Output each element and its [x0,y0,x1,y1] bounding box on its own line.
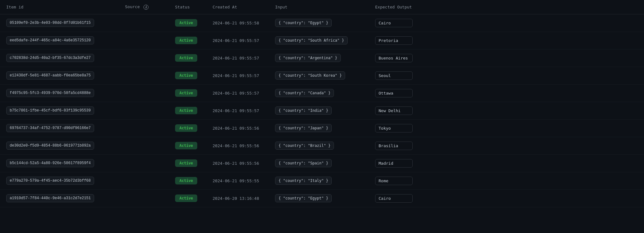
input-value: { "country": "Egypt" } [275,19,332,27]
column-header-item-id: Item id [0,0,119,14]
expected-output-value: Buenos Aires [375,54,413,62]
expected-output-value: Rome [375,177,413,185]
input-value: { "country": "Italy" } [275,177,332,185]
table-row: 69764737-34af-4752-9787-d90df96166e7Acti… [0,119,644,137]
cell-input: { "country": "Egypt" } [269,14,369,32]
cell-expected-output: Tokyo [369,119,644,137]
cell-created-at: 2024-06-21 09:55:57 [206,84,269,102]
input-value: { "country": "South Africa" } [275,36,348,44]
item-id-badge[interactable]: 69764737-34af-4752-9787-d90df96166e7 [6,124,94,132]
cell-expected-output: Rome [369,172,644,189]
table-row: e12430df-5e81-4687-aabb-f0ea65be8a75Acti… [0,67,644,84]
status-badge: Active [175,177,197,184]
item-id-badge[interactable]: f4975c95-5fc3-4939-970d-58fa5cd4888e [6,89,94,97]
input-value: { "country": "Canada" } [275,89,334,97]
cell-source [119,14,169,32]
created-at-value: 2024-06-21 09:55:56 [213,126,259,131]
item-id-badge[interactable]: c702838d-24d5-40a2-bf35-67dc3a3dfe27 [6,54,94,62]
cell-source [119,67,169,84]
column-header-created-at: Created At [206,0,269,14]
cell-status: Active [169,172,206,189]
item-id-badge[interactable]: e12430df-5e81-4687-aabb-f0ea65be8a75 [6,71,94,80]
cell-created-at: 2024-06-21 09:55:56 [206,154,269,172]
status-badge: Active [175,124,197,132]
cell-source [119,172,169,189]
created-at-value: 2024-06-21 09:55:57 [213,108,259,113]
cell-created-at: 2024-06-21 09:55:57 [206,102,269,119]
table-row: b5c144cd-52a5-4a80-926e-58617f8959f4Acti… [0,154,644,172]
expected-output-value: Cairo [375,194,413,203]
cell-input: { "country": "India" } [269,102,369,119]
cell-status: Active [169,49,206,67]
cell-source [119,84,169,102]
cell-item-id: e12430df-5e81-4687-aabb-f0ea65be8a75 [0,67,119,84]
cell-input: { "country": "Italy" } [269,172,369,189]
item-id-badge[interactable]: de30d2e0-f5d9-4854-88b6-0619771b892a [6,142,94,150]
expected-output-value: Madrid [375,159,413,168]
table-row: e779a270-579a-4f45-aec4-35b72d3bff68Acti… [0,172,644,189]
source-info-icon[interactable]: i [143,5,148,10]
cell-item-id: b75c7861-1fbe-45cf-bdf6-83f139c95539 [0,102,119,119]
created-at-value: 2024-06-21 09:55:56 [213,143,259,148]
table-row: eed5dafe-244f-465c-a84c-4a6e35725120Acti… [0,32,644,49]
item-id-badge[interactable]: 05109ef0-2e3b-4e03-98dd-8f7d01b61f15 [6,19,94,27]
cell-status: Active [169,189,206,207]
expected-output-value: Ottawa [375,89,413,97]
table-header-row: Item id Source i Status Created At Input… [0,0,644,14]
cell-created-at: 2024-06-21 09:55:56 [206,137,269,154]
item-id-badge[interactable]: b75c7861-1fbe-45cf-bdf6-83f139c95539 [6,106,94,115]
created-at-value: 2024-06-21 09:55:58 [213,21,259,25]
table-row: de30d2e0-f5d9-4854-88b6-0619771b892aActi… [0,137,644,154]
cell-source [119,137,169,154]
cell-status: Active [169,119,206,137]
item-id-badge[interactable]: e779a270-579a-4f45-aec4-35b72d3bff68 [6,177,94,185]
cell-expected-output: Cairo [369,14,644,32]
table-row: f4975c95-5fc3-4939-970d-58fa5cd4888eActi… [0,84,644,102]
input-value: { "country": "India" } [275,106,332,115]
cell-created-at: 2024-06-21 09:55:58 [206,14,269,32]
column-header-input: Input [269,0,369,14]
items-table: Item id Source i Status Created At Input… [0,0,644,207]
cell-expected-output: New Delhi [369,102,644,119]
created-at-value: 2024-06-21 09:55:56 [213,161,259,166]
created-at-value: 2024-06-20 13:16:48 [213,196,259,201]
cell-status: Active [169,32,206,49]
status-badge: Active [175,89,197,97]
cell-item-id: b5c144cd-52a5-4a80-926e-58617f8959f4 [0,154,119,172]
created-at-value: 2024-06-21 09:55:55 [213,179,259,183]
status-badge: Active [175,159,197,167]
cell-source [119,102,169,119]
item-id-badge[interactable]: a1910d57-7f84-440c-9e46-a31c2d7e2151 [6,194,94,202]
cell-status: Active [169,84,206,102]
cell-item-id: eed5dafe-244f-465c-a84c-4a6e35725120 [0,32,119,49]
status-badge: Active [175,72,197,79]
created-at-value: 2024-06-21 09:55:57 [213,73,259,78]
cell-source [119,32,169,49]
cell-expected-output: Brasília [369,137,644,154]
cell-status: Active [169,154,206,172]
cell-created-at: 2024-06-21 09:55:57 [206,32,269,49]
cell-input: { "country": "Spain" } [269,154,369,172]
cell-item-id: c702838d-24d5-40a2-bf35-67dc3a3dfe27 [0,49,119,67]
cell-source [119,49,169,67]
item-id-badge[interactable]: eed5dafe-244f-465c-a84c-4a6e35725120 [6,36,94,44]
cell-item-id: e779a270-579a-4f45-aec4-35b72d3bff68 [0,172,119,189]
cell-input: { "country": "Argentina" } [269,49,369,67]
status-badge: Active [175,19,197,27]
table-row: a1910d57-7f84-440c-9e46-a31c2d7e2151Acti… [0,189,644,207]
column-header-source: Source i [119,0,169,14]
cell-item-id: f4975c95-5fc3-4939-970d-58fa5cd4888e [0,84,119,102]
status-badge: Active [175,37,197,44]
cell-created-at: 2024-06-20 13:16:48 [206,189,269,207]
cell-input: { "country": "Canada" } [269,84,369,102]
cell-status: Active [169,14,206,32]
expected-output-value: Brasília [375,142,413,150]
cell-created-at: 2024-06-21 09:55:56 [206,119,269,137]
item-id-badge[interactable]: b5c144cd-52a5-4a80-926e-58617f8959f4 [6,159,94,167]
cell-source [119,154,169,172]
data-table-container: Item id Source i Status Created At Input… [0,0,644,207]
cell-expected-output: Buenos Aires [369,49,644,67]
created-at-value: 2024-06-21 09:55:57 [213,91,259,96]
input-value: { "country": "Spain" } [275,159,332,167]
expected-output-value: Tokyo [375,124,413,132]
